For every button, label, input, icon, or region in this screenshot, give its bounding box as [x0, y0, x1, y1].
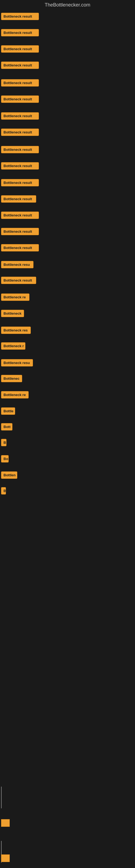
vertical-line-1 — [1, 786, 2, 808]
list-item: Bottleneck resu — [0, 350, 135, 367]
list-item: Bottleneck result — [0, 236, 135, 252]
items-container: Bottleneck resultBottleneck resultBottle… — [0, 10, 135, 495]
bottleneck-badge: Bottleneck result — [1, 45, 39, 53]
list-item: Bottleneck result — [0, 87, 135, 104]
list-item: Bottle — [0, 399, 135, 415]
bottleneck-badge: Bottleneck result — [1, 244, 39, 251]
list-item: Bottleneck result — [0, 170, 135, 187]
small-block-1 — [1, 819, 10, 827]
list-item: Bottleneck result — [0, 37, 135, 54]
list-item: B — [0, 479, 135, 495]
list-item: Bottleneck result — [0, 137, 135, 154]
bottleneck-badge: Bott — [1, 423, 12, 431]
page-wrapper: TheBottlenecker.com Bottleneck resultBot… — [0, 0, 135, 868]
list-item: Bottleneck result — [0, 54, 135, 70]
bottleneck-badge: Bottle — [1, 407, 15, 415]
bottleneck-badge: Bottleneck result — [1, 195, 36, 203]
list-item: Bottlenec — [0, 367, 135, 383]
bottleneck-badge: Bottleneck result — [1, 179, 39, 186]
list-item: Bottleneck result — [0, 187, 135, 204]
bottleneck-badge: Bo — [1, 455, 9, 463]
bottleneck-badge: Bottleneck result — [1, 62, 39, 69]
list-item: Bottleneck res — [0, 318, 135, 335]
list-item: Bottleneck result — [0, 204, 135, 220]
bottleneck-badge: Bottleneck result — [1, 146, 39, 153]
bottleneck-badge: Bottleneck r — [1, 342, 26, 350]
bottleneck-badge: Bottleneck result — [1, 95, 39, 103]
list-item: Bottleneck result — [0, 21, 135, 37]
bottleneck-badge: Bottleneck result — [1, 228, 39, 235]
list-item: Bott — [0, 415, 135, 431]
bottleneck-badge: Bottleneck result — [1, 129, 39, 136]
bottleneck-badge: B — [1, 487, 6, 495]
list-item: Bottleneck result — [0, 104, 135, 120]
bottleneck-badge: Bottleneck result — [1, 212, 39, 219]
bottleneck-badge: Bottleneck re — [1, 293, 30, 301]
list-item: Bottleneck result — [0, 10, 135, 21]
bottleneck-badge: Bottleneck result — [1, 79, 39, 87]
bottleneck-badge: Bottlenec — [1, 375, 22, 382]
bottleneck-badge: Bottleneck — [1, 310, 24, 317]
bottleneck-badge: Bottleneck result — [1, 13, 39, 20]
bottleneck-badge: Bottlen — [1, 471, 17, 479]
small-block-2 — [1, 855, 10, 862]
list-item: Bottleneck re — [0, 383, 135, 399]
bottleneck-badge: Bottleneck re — [1, 391, 29, 399]
bottleneck-badge: Bottleneck result — [1, 277, 36, 284]
list-item: Bottleneck — [0, 302, 135, 318]
bottleneck-badge: Bottleneck resu — [1, 261, 34, 268]
list-item: Bottlen — [0, 463, 135, 479]
list-item: Bo — [0, 447, 135, 463]
list-item: Bottleneck r — [0, 335, 135, 350]
list-item: Bottleneck result — [0, 120, 135, 137]
bottleneck-badge: Bottleneck result — [1, 29, 39, 36]
bottleneck-badge: Bottleneck resu — [1, 359, 33, 367]
site-title: TheBottlenecker.com — [0, 0, 135, 10]
list-item: Bottleneck result — [0, 220, 135, 236]
list-item: B — [0, 431, 135, 447]
list-item: Bottleneck result — [0, 269, 135, 285]
list-item: Bottleneck result — [0, 154, 135, 170]
bottleneck-badge: B — [1, 439, 6, 446]
bottleneck-badge: Bottleneck result — [1, 112, 39, 120]
list-item: Bottleneck resu — [0, 252, 135, 269]
bottleneck-badge: Bottleneck res — [1, 327, 31, 334]
bottleneck-badge: Bottleneck result — [1, 162, 39, 169]
list-item: Bottleneck re — [0, 285, 135, 302]
list-item: Bottleneck result — [0, 70, 135, 87]
